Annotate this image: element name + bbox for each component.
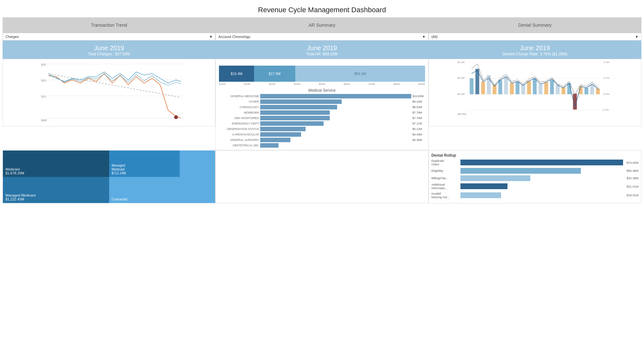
ar-chart-panel: $15.4M $17.5M $56.2M $10M$20M$30M$40M$50… [215,59,428,150]
transaction-summary-box: June 2019 Total Charges : $37.93M [3,41,215,59]
ar-summary-box: June 2019 Total AR: $89.16M [215,41,428,59]
svg-rect-28 [504,77,508,94]
ar-dropdown[interactable]: Account Chronology ▼ [215,33,428,41]
svg-rect-42 [584,88,588,94]
svg-rect-38 [562,87,565,94]
svg-rect-32 [527,81,531,94]
svg-rect-34 [538,84,542,94]
transaction-trend-header: Transaction Trend [3,17,215,33]
chevron-down-icon: ▼ [635,35,639,39]
page-title: Revenue Cycle Management Dashboard [0,0,644,17]
svg-rect-25 [487,75,491,94]
svg-point-9 [174,115,178,119]
ar-bar-row: GENERAL SURGERY$3.38M [218,138,425,142]
svg-rect-44 [596,88,600,94]
svg-rect-22 [469,78,473,94]
svg-rect-24 [481,81,485,94]
ar-bar-row: OBSERVATION STATUS$5.12M [218,127,425,131]
ar-bar-row: OTHER$9.16M [218,99,425,104]
svg-text:$30..: $30.. [41,63,48,66]
svg-rect-36 [550,80,554,94]
treemap-contracted: Contracted [109,177,180,203]
ar-seg3: $56.2M [295,66,425,82]
denial-summary-header: Denial Summary [429,17,641,33]
treemap-managed-medicare: Managed Medicare $1,222.43M [3,177,109,203]
svg-rect-33 [533,78,536,94]
svg-text:$0M: $0M [41,119,47,122]
denial-chart-svg: $1.0M $0.5M $0.0M ($0.5M) 0.4% 0.2% 0.0%… [429,59,641,126]
denial-summary-box: June 2019 Denied Charge Rate: 3.79% ($1.… [429,41,641,59]
ar-bar-row: CARDIOVASCULAR$4.49M [218,132,425,137]
denial-rollup-row: Invalid/Missing Aut...$18.91M [431,192,639,199]
svg-text:($0.5M): ($0.5M) [458,113,467,115]
ar-bar-row: CARDIOLOGY$8.63M [218,105,425,109]
svg-text:$0.0M: $0.0M [458,93,465,96]
ar-summary-header: AR Summary [215,17,428,33]
ar-bar-row: GENERAL MEDICINE$16.83M [218,94,425,98]
denial-rollup-row: Billing/Clai...$32.39M [431,175,639,181]
denial-chart: $1.0M $0.5M $0.0M ($0.5M) 0.4% 0.2% 0.0%… [429,59,641,126]
chevron-down-icon: ▼ [422,35,426,39]
treemap-managed-medicaid: ManagedMedicaid $712.24M [109,151,180,177]
ar-bar-row: EMERGENCY DEPT$7.11M [218,121,425,126]
svg-rect-27 [498,80,502,94]
chevron-down-icon: ▼ [209,35,213,39]
ar-seg2: $17.5M [254,66,295,82]
svg-rect-43 [590,85,594,94]
ar-bar-row: OBSTETRICAL DEL [218,143,425,148]
treemap-rightcol [180,151,215,203]
ar-seg1: $15.4M [219,66,254,82]
svg-text:$1.0M: $1.0M [458,61,465,64]
svg-text:0.4%: 0.4% [603,61,609,64]
svg-text:-0.2%: -0.2% [602,108,609,111]
line-chart-svg: $30.. $20.. $10.. $0M [3,59,215,126]
denial-rollup-row: DuplicateClaim$74.60M [431,159,639,166]
svg-rect-35 [544,82,548,94]
ar-bar-row: OBV MONITORED$7.76M [218,116,425,120]
denial-rollup-row: Eligibility$55.48M [431,168,639,174]
svg-rect-29 [510,83,514,94]
medical-service-section: Medical Service GENERAL MEDICINE$16.83MO… [216,86,428,150]
ar-bottom-panel [215,150,428,203]
svg-rect-31 [521,85,525,94]
denial-rollup-panel: Denial Rollup DuplicateClaim$74.60MEligi… [429,150,641,203]
svg-text:0.2%: 0.2% [603,77,609,79]
svg-text:0.0%: 0.0% [603,93,609,96]
treemap-medicare: Medicare $1,678.33M [3,151,109,177]
svg-rect-30 [516,81,519,94]
svg-text:$20..: $20.. [41,79,48,82]
ar-bar-row: NEWBORN$7.79M [218,110,425,115]
treemap-panel: Medicare $1,678.33M ManagedMedicaid $712… [3,150,215,203]
svg-text:$0.5M: $0.5M [458,77,465,79]
denial-rollup-row: AdditionalInformatio...$21.61M [431,183,639,190]
transaction-dropdown[interactable]: Charges ▼ [3,33,215,41]
transaction-line-chart: $30.. $20.. $10.. $0M [3,59,215,126]
svg-text:$10..: $10.. [41,95,48,98]
denial-dropdown[interactable]: (All) ▼ [429,33,641,41]
